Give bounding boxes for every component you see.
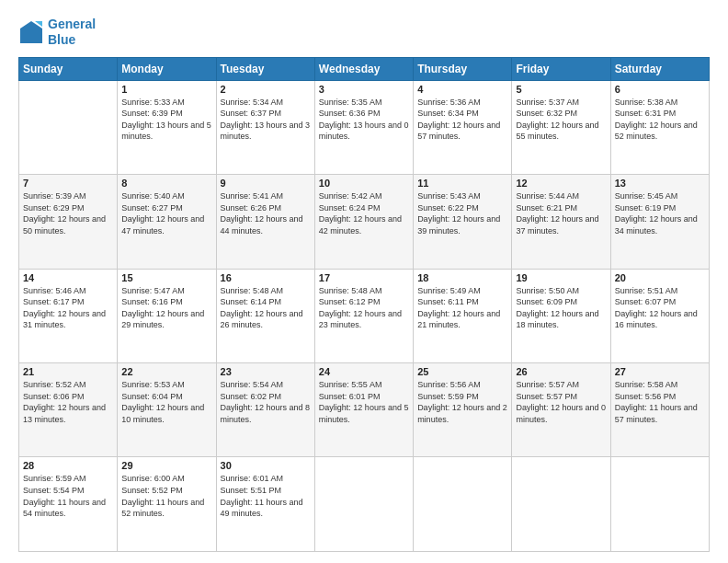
day-number: 11 <box>417 178 507 189</box>
weekday-header: Friday <box>512 57 610 80</box>
calendar-cell: 15 Sunrise: 5:47 AMSunset: 6:16 PMDaylig… <box>118 269 216 362</box>
day-number: 16 <box>221 272 311 283</box>
cell-info: Sunrise: 5:43 AMSunset: 6:22 PMDaylight:… <box>417 190 507 236</box>
calendar-cell: 9 Sunrise: 5:41 AMSunset: 6:26 PMDayligh… <box>216 175 314 269</box>
calendar-cell <box>610 457 709 552</box>
calendar-week-row: 1 Sunrise: 5:33 AMSunset: 6:39 PMDayligh… <box>19 80 710 174</box>
weekday-header: Thursday <box>414 57 512 80</box>
day-number: 13 <box>615 178 705 189</box>
calendar-cell: 1 Sunrise: 5:33 AMSunset: 6:39 PMDayligh… <box>118 80 216 174</box>
day-number: 9 <box>221 178 311 189</box>
calendar-header-row: SundayMondayTuesdayWednesdayThursdayFrid… <box>19 57 710 80</box>
day-number: 12 <box>516 178 606 189</box>
calendar-week-row: 28 Sunrise: 5:59 AMSunset: 5:54 PMDaylig… <box>19 457 710 552</box>
cell-info: Sunrise: 5:44 AMSunset: 6:21 PMDaylight:… <box>516 190 606 236</box>
day-number: 18 <box>417 272 507 283</box>
day-number: 7 <box>23 178 113 189</box>
cell-info: Sunrise: 5:41 AMSunset: 6:26 PMDaylight:… <box>221 190 311 236</box>
calendar-cell: 11 Sunrise: 5:43 AMSunset: 6:22 PMDaylig… <box>414 175 512 269</box>
calendar-cell: 3 Sunrise: 5:35 AMSunset: 6:36 PMDayligh… <box>314 80 413 174</box>
day-number: 30 <box>221 460 311 471</box>
calendar-cell: 18 Sunrise: 5:49 AMSunset: 6:11 PMDaylig… <box>414 269 512 362</box>
weekday-header: Sunday <box>19 57 118 80</box>
calendar-cell: 28 Sunrise: 5:59 AMSunset: 5:54 PMDaylig… <box>19 457 118 552</box>
day-number: 27 <box>615 366 705 377</box>
cell-info: Sunrise: 5:36 AMSunset: 6:34 PMDaylight:… <box>417 97 507 143</box>
cell-info: Sunrise: 5:45 AMSunset: 6:19 PMDaylight:… <box>615 190 705 236</box>
day-number: 6 <box>615 84 705 95</box>
cell-info: Sunrise: 5:46 AMSunset: 6:17 PMDaylight:… <box>23 285 113 331</box>
day-number: 19 <box>516 272 606 283</box>
day-number: 28 <box>23 460 113 471</box>
day-number: 24 <box>319 366 409 377</box>
calendar-cell: 12 Sunrise: 5:44 AMSunset: 6:21 PMDaylig… <box>512 175 610 269</box>
calendar-cell: 19 Sunrise: 5:50 AMSunset: 6:09 PMDaylig… <box>512 269 610 362</box>
calendar-cell <box>314 457 413 552</box>
cell-info: Sunrise: 6:00 AMSunset: 5:52 PMDaylight:… <box>121 473 211 519</box>
calendar-cell: 10 Sunrise: 5:42 AMSunset: 6:24 PMDaylig… <box>314 175 413 269</box>
calendar-cell: 6 Sunrise: 5:38 AMSunset: 6:31 PMDayligh… <box>610 80 709 174</box>
cell-info: Sunrise: 5:39 AMSunset: 6:29 PMDaylight:… <box>23 190 113 236</box>
cell-info: Sunrise: 5:55 AMSunset: 6:01 PMDaylight:… <box>319 379 409 425</box>
calendar-cell: 29 Sunrise: 6:00 AMSunset: 5:52 PMDaylig… <box>118 457 216 552</box>
cell-info: Sunrise: 5:51 AMSunset: 6:07 PMDaylight:… <box>615 285 705 331</box>
cell-info: Sunrise: 5:34 AMSunset: 6:37 PMDaylight:… <box>221 97 311 143</box>
day-number: 21 <box>23 366 113 377</box>
calendar-cell: 7 Sunrise: 5:39 AMSunset: 6:29 PMDayligh… <box>19 175 118 269</box>
svg-marker-0 <box>20 21 42 43</box>
logo-text: General Blue <box>48 17 96 48</box>
logo: General Blue <box>18 17 96 48</box>
cell-info: Sunrise: 5:40 AMSunset: 6:27 PMDaylight:… <box>121 190 211 236</box>
day-number: 10 <box>319 178 409 189</box>
cell-info: Sunrise: 5:38 AMSunset: 6:31 PMDaylight:… <box>615 97 705 143</box>
calendar-week-row: 21 Sunrise: 5:52 AMSunset: 6:06 PMDaylig… <box>19 363 710 457</box>
day-number: 8 <box>121 178 211 189</box>
calendar-cell: 26 Sunrise: 5:57 AMSunset: 5:57 PMDaylig… <box>512 363 610 457</box>
cell-info: Sunrise: 5:56 AMSunset: 5:59 PMDaylight:… <box>417 379 507 425</box>
calendar-cell: 16 Sunrise: 5:48 AMSunset: 6:14 PMDaylig… <box>216 269 314 362</box>
calendar-cell: 24 Sunrise: 5:55 AMSunset: 6:01 PMDaylig… <box>314 363 413 457</box>
cell-info: Sunrise: 5:35 AMSunset: 6:36 PMDaylight:… <box>319 97 409 143</box>
page: General Blue SundayMondayTuesdayWednesda… <box>0 0 728 563</box>
calendar-cell <box>19 80 118 174</box>
cell-info: Sunrise: 5:47 AMSunset: 6:16 PMDaylight:… <box>121 285 211 331</box>
cell-info: Sunrise: 5:50 AMSunset: 6:09 PMDaylight:… <box>516 285 606 331</box>
day-number: 1 <box>121 84 211 95</box>
day-number: 4 <box>417 84 507 95</box>
calendar-cell: 14 Sunrise: 5:46 AMSunset: 6:17 PMDaylig… <box>19 269 118 362</box>
day-number: 15 <box>121 272 211 283</box>
weekday-header: Tuesday <box>216 57 314 80</box>
day-number: 20 <box>615 272 705 283</box>
day-number: 2 <box>221 84 311 95</box>
calendar-cell: 5 Sunrise: 5:37 AMSunset: 6:32 PMDayligh… <box>512 80 610 174</box>
calendar-cell: 20 Sunrise: 5:51 AMSunset: 6:07 PMDaylig… <box>610 269 709 362</box>
day-number: 25 <box>417 366 507 377</box>
cell-info: Sunrise: 5:49 AMSunset: 6:11 PMDaylight:… <box>417 285 507 331</box>
calendar-cell <box>512 457 610 552</box>
calendar-cell: 27 Sunrise: 5:58 AMSunset: 5:56 PMDaylig… <box>610 363 709 457</box>
calendar-week-row: 7 Sunrise: 5:39 AMSunset: 6:29 PMDayligh… <box>19 175 710 269</box>
cell-info: Sunrise: 5:42 AMSunset: 6:24 PMDaylight:… <box>319 190 409 236</box>
cell-info: Sunrise: 5:57 AMSunset: 5:57 PMDaylight:… <box>516 379 606 425</box>
calendar-cell: 23 Sunrise: 5:54 AMSunset: 6:02 PMDaylig… <box>216 363 314 457</box>
calendar-table: SundayMondayTuesdayWednesdayThursdayFrid… <box>18 57 710 552</box>
calendar-cell: 22 Sunrise: 5:53 AMSunset: 6:04 PMDaylig… <box>118 363 216 457</box>
calendar-cell: 8 Sunrise: 5:40 AMSunset: 6:27 PMDayligh… <box>118 175 216 269</box>
weekday-header: Monday <box>118 57 216 80</box>
cell-info: Sunrise: 6:01 AMSunset: 5:51 PMDaylight:… <box>221 473 311 519</box>
cell-info: Sunrise: 5:59 AMSunset: 5:54 PMDaylight:… <box>23 473 113 519</box>
day-number: 29 <box>121 460 211 471</box>
calendar-cell: 2 Sunrise: 5:34 AMSunset: 6:37 PMDayligh… <box>216 80 314 174</box>
day-number: 22 <box>121 366 211 377</box>
cell-info: Sunrise: 5:53 AMSunset: 6:04 PMDaylight:… <box>121 379 211 425</box>
cell-info: Sunrise: 5:52 AMSunset: 6:06 PMDaylight:… <box>23 379 113 425</box>
weekday-header: Wednesday <box>314 57 413 80</box>
calendar-cell: 21 Sunrise: 5:52 AMSunset: 6:06 PMDaylig… <box>19 363 118 457</box>
weekday-header: Saturday <box>610 57 709 80</box>
day-number: 5 <box>516 84 606 95</box>
cell-info: Sunrise: 5:37 AMSunset: 6:32 PMDaylight:… <box>516 97 606 143</box>
day-number: 3 <box>319 84 409 95</box>
cell-info: Sunrise: 5:48 AMSunset: 6:12 PMDaylight:… <box>319 285 409 331</box>
logo-icon <box>18 19 44 45</box>
day-number: 14 <box>23 272 113 283</box>
